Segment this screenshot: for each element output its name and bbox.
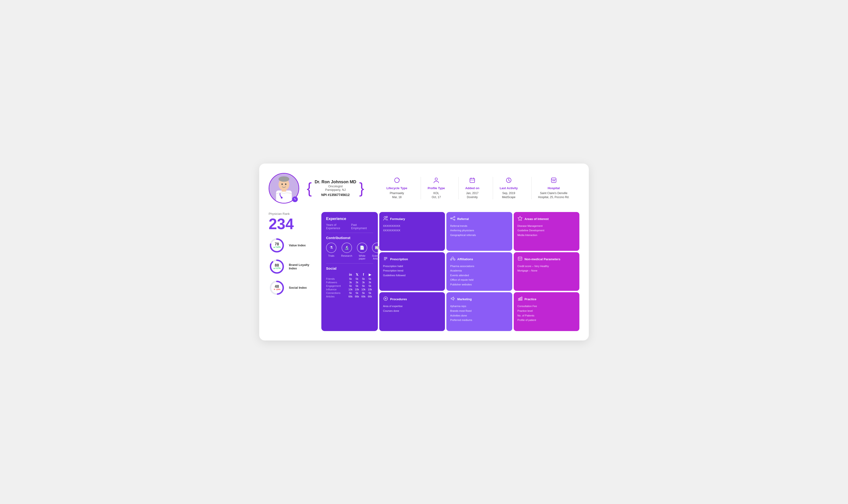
svg-point-5 bbox=[281, 197, 283, 199]
svg-point-7 bbox=[285, 183, 286, 185]
cell-text-areas: Disease ManagementGuideline DevelopmentM… bbox=[517, 224, 576, 237]
cell-text-referral: Referral trends#referring physiciansGeog… bbox=[450, 224, 508, 237]
cell-icon-prescription bbox=[383, 256, 388, 262]
cell-text-practice: Consultation FeePractice levelNo. of Pat… bbox=[517, 304, 576, 322]
cell-text-formulary: XXXXXXXXXXXXXXXXXXXX bbox=[383, 224, 441, 233]
contrib-icon-0: ⚗ bbox=[326, 242, 336, 253]
contrib-item-trials[interactable]: ⚗ Trials bbox=[326, 242, 336, 260]
stat-label-profile: Profile Type bbox=[427, 186, 445, 190]
cell-icon-practice bbox=[517, 296, 523, 302]
grid-cell-formulary[interactable]: Formulary XXXXXXXXXXXXXXXXXXXX bbox=[379, 212, 445, 251]
employment-label: Past Employment bbox=[351, 223, 373, 230]
social-platform-3: ▶ bbox=[367, 273, 373, 276]
grid-cell-referral[interactable]: Referral Referral trends#referring physi… bbox=[446, 212, 512, 251]
left-sidebar: Physician Rank 234 78 ▲+12% Value Index … bbox=[269, 212, 316, 331]
donut-brand: 88 ▲+17% bbox=[269, 258, 285, 275]
stat-value-lifecycle: PharmaeityMar, 18 bbox=[390, 191, 404, 199]
doctor-specialty: Oncologist bbox=[315, 184, 356, 188]
stat-icon-lifecycle bbox=[394, 177, 400, 185]
grid-cell-nonmedical[interactable]: Non-medical Parameters Credit score – Ve… bbox=[514, 252, 579, 291]
stat-value-hospital: Saint Claire's DenvilleHospital, 25, Poc… bbox=[538, 191, 569, 199]
stat-value-added: Jan, 2017Doximity bbox=[466, 191, 479, 199]
svg-point-9 bbox=[435, 178, 437, 180]
cell-title-areas: Areas of Interest bbox=[517, 216, 576, 222]
cell-icon-areas bbox=[517, 216, 523, 222]
cell-title-practice: Practice bbox=[517, 296, 576, 302]
index-label-brand: Brand Loyalty Index bbox=[289, 263, 316, 270]
cell-title-procedures: Procedures bbox=[383, 296, 441, 302]
right-grid: Formulary XXXXXXXXXXXXXXXXXXXX Referral … bbox=[379, 212, 579, 331]
left-panel: Experience Years of Experience Past Empl… bbox=[321, 212, 378, 331]
doctor-npi: NPI #13567745612 bbox=[315, 193, 356, 197]
doctor-details: Dr. Ron Johnson MD Oncologist Parsippany… bbox=[312, 179, 359, 198]
avatar-wrap: ✎ bbox=[269, 173, 299, 203]
main-body: Physician Rank 234 78 ▲+12% Value Index … bbox=[269, 212, 579, 331]
grid-cell-marketing[interactable]: Marketing #pharma repsBrands most RxedAc… bbox=[446, 292, 512, 331]
index-label-social: Social Index bbox=[289, 286, 307, 289]
grid-cell-procedures[interactable]: Procedures Area of expertiseCourses done bbox=[379, 292, 445, 331]
donut-value: 78 ▲+12% bbox=[269, 237, 285, 254]
svg-point-37 bbox=[450, 259, 452, 260]
svg-point-25 bbox=[384, 216, 386, 218]
doctor-location: Parsippany, NJ bbox=[315, 188, 356, 192]
stat-item-added[interactable]: Added on Jan, 2017Doximity bbox=[458, 177, 486, 199]
svg-point-29 bbox=[454, 219, 455, 220]
svg-rect-10 bbox=[470, 178, 475, 183]
stat-icon-profile bbox=[433, 177, 440, 185]
experience-row: Years of Experience Past Employment bbox=[326, 223, 373, 233]
stat-value-activity: Sep, 2019MedScape bbox=[502, 191, 515, 199]
cell-icon-formulary bbox=[383, 216, 388, 222]
social-title: Social bbox=[326, 266, 373, 270]
avatar-edit-icon[interactable]: ✎ bbox=[292, 196, 298, 202]
contrib-item-white-paper[interactable]: 📄 White paper bbox=[357, 242, 367, 260]
svg-point-4 bbox=[279, 176, 289, 182]
contributions-title: Contributionst bbox=[326, 236, 373, 240]
donut-social: 48 ▼-19% bbox=[269, 280, 285, 296]
svg-line-39 bbox=[452, 258, 452, 259]
cell-icon-nonmedical bbox=[517, 256, 523, 262]
stat-item-activity[interactable]: Last Activity Sep, 2019MedScape bbox=[493, 177, 524, 199]
svg-rect-18 bbox=[554, 180, 555, 181]
svg-point-38 bbox=[454, 259, 455, 260]
doctor-name: Dr. Ron Johnson MD bbox=[315, 180, 356, 184]
svg-rect-1 bbox=[276, 190, 292, 203]
contrib-icon-2: 📄 bbox=[357, 242, 367, 253]
experience-title: Experience bbox=[326, 217, 373, 221]
cell-title-formulary: Formulary bbox=[383, 216, 441, 222]
index-item-value: 78 ▲+12% Value Index bbox=[269, 237, 316, 254]
cell-title-nonmedical: Non-medical Parameters bbox=[517, 256, 576, 262]
index-label-value: Value Index bbox=[289, 244, 306, 247]
grid-cell-practice[interactable]: Practice Consultation FeePractice levelN… bbox=[514, 292, 579, 331]
svg-point-27 bbox=[450, 218, 452, 219]
grid-cell-affiliations[interactable]: Affiliations Pharma associationsAcademia… bbox=[446, 252, 512, 291]
cell-title-referral: Referral bbox=[450, 216, 508, 222]
stat-icon-hospital bbox=[550, 177, 557, 185]
cell-icon-marketing bbox=[450, 296, 455, 302]
contrib-item-research[interactable]: 🔬 Research bbox=[341, 242, 352, 260]
social-row-followers: Followers3k3k3k3k bbox=[326, 281, 373, 284]
index-item-brand: 88 ▲+17% Brand Loyalty Index bbox=[269, 258, 316, 275]
cell-icon-affiliations bbox=[450, 256, 455, 262]
bracket-left: { bbox=[307, 181, 312, 196]
cell-text-marketing: #pharma repsBrands most RxedActivities d… bbox=[450, 304, 508, 322]
donut-text-value: 78 ▲+12% bbox=[273, 242, 281, 249]
donut-text-social: 48 ▼-19% bbox=[273, 285, 280, 291]
stat-value-profile: KOLOct, 17 bbox=[432, 191, 441, 199]
social-table: in𝕏f▶ Friends5k5k5k5k Followers3k3k3k3k … bbox=[326, 273, 373, 298]
cell-title-affiliations: Affiliations bbox=[450, 256, 508, 262]
grid-cell-prescription[interactable]: Prescription Prescription habitPrescript… bbox=[379, 252, 445, 291]
cell-text-procedures: Area of expertiseCourses done bbox=[383, 304, 441, 313]
social-row-articles: Articles66k66k66k66k bbox=[326, 295, 373, 298]
stat-icon-activity bbox=[506, 177, 512, 185]
svg-rect-41 bbox=[518, 257, 522, 260]
stat-label-lifecycle: Lifecycle Type bbox=[386, 186, 407, 190]
svg-line-40 bbox=[453, 258, 454, 259]
stat-item-hospital[interactable]: Hospital Saint Claire's DenvilleHospital… bbox=[531, 177, 576, 199]
social-row-friends: Friends5k5k5k5k bbox=[326, 277, 373, 280]
social-platform-2: f bbox=[360, 273, 367, 276]
stat-item-lifecycle[interactable]: Lifecycle Type PharmaeityMar, 18 bbox=[380, 177, 414, 199]
stat-item-profile[interactable]: Profile Type KOLOct, 17 bbox=[421, 177, 451, 199]
svg-rect-15 bbox=[551, 178, 556, 183]
grid-cell-areas[interactable]: Areas of Interest Disease ManagementGuid… bbox=[514, 212, 579, 251]
svg-point-36 bbox=[452, 257, 454, 259]
